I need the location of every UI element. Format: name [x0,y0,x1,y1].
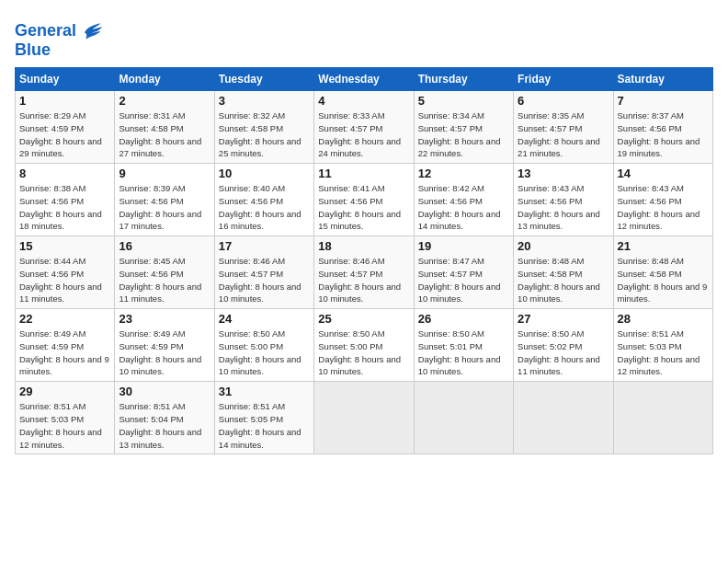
day-number: 28 [618,312,709,326]
day-number: 19 [418,239,509,253]
header: General Blue [15,15,713,60]
table-row [514,382,613,454]
table-row [613,382,712,454]
table-row: 8Sunrise: 8:38 AMSunset: 4:56 PMDaylight… [16,164,115,236]
day-number: 1 [19,94,110,108]
day-info: Sunrise: 8:51 AMSunset: 5:03 PMDaylight:… [19,400,110,451]
table-row: 7Sunrise: 8:37 AMSunset: 4:56 PMDaylight… [613,91,712,164]
day-number: 9 [119,167,210,180]
table-row: 4Sunrise: 8:33 AMSunset: 4:57 PMDaylight… [314,91,414,164]
table-row: 14Sunrise: 8:43 AMSunset: 4:56 PMDayligh… [613,164,712,236]
day-info: Sunrise: 8:49 AMSunset: 4:59 PMDaylight:… [19,327,110,378]
table-row: 26Sunrise: 8:50 AMSunset: 5:01 PMDayligh… [414,309,513,382]
col-header-tuesday: Tuesday [214,68,313,91]
day-number: 6 [518,94,609,108]
day-number: 11 [318,167,409,180]
day-number: 24 [219,312,310,326]
day-number: 8 [19,167,110,180]
calendar-table: SundayMondayTuesdayWednesdayThursdayFrid… [15,67,713,454]
day-number: 20 [518,239,609,253]
table-row: 17Sunrise: 8:46 AMSunset: 4:57 PMDayligh… [214,236,313,309]
day-number: 17 [219,239,310,253]
day-info: Sunrise: 8:50 AMSunset: 5:00 PMDaylight:… [318,327,409,378]
day-number: 18 [318,239,409,253]
day-info: Sunrise: 8:32 AMSunset: 4:58 PMDaylight:… [219,109,310,160]
day-number: 30 [119,385,210,398]
logo: General Blue [15,18,104,60]
day-number: 14 [618,167,709,180]
day-info: Sunrise: 8:49 AMSunset: 4:59 PMDaylight:… [119,327,210,378]
logo-bird-icon [78,18,104,44]
day-info: Sunrise: 8:48 AMSunset: 4:58 PMDaylight:… [618,255,709,305]
table-row: 1Sunrise: 8:29 AMSunset: 4:59 PMDaylight… [16,91,115,164]
day-info: Sunrise: 8:38 AMSunset: 4:56 PMDaylight:… [19,182,110,233]
day-number: 31 [219,385,310,398]
day-number: 29 [19,385,110,398]
logo-text: General [15,22,76,40]
table-row: 9Sunrise: 8:39 AMSunset: 4:56 PMDaylight… [115,164,214,236]
day-info: Sunrise: 8:44 AMSunset: 4:56 PMDaylight:… [19,255,110,305]
day-number: 16 [119,239,210,253]
table-row [314,382,414,454]
table-row [414,382,513,454]
table-row: 23Sunrise: 8:49 AMSunset: 4:59 PMDayligh… [115,309,214,382]
table-row: 22Sunrise: 8:49 AMSunset: 4:59 PMDayligh… [16,309,115,382]
day-info: Sunrise: 8:34 AMSunset: 4:57 PMDaylight:… [418,109,509,160]
day-info: Sunrise: 8:40 AMSunset: 4:56 PMDaylight:… [219,182,310,233]
day-info: Sunrise: 8:33 AMSunset: 4:57 PMDaylight:… [318,109,409,160]
day-number: 23 [119,312,210,326]
day-info: Sunrise: 8:41 AMSunset: 4:56 PMDaylight:… [318,182,409,233]
day-number: 5 [418,94,509,108]
table-row: 10Sunrise: 8:40 AMSunset: 4:56 PMDayligh… [214,164,313,236]
table-row: 29Sunrise: 8:51 AMSunset: 5:03 PMDayligh… [16,382,115,454]
table-row: 5Sunrise: 8:34 AMSunset: 4:57 PMDaylight… [414,91,513,164]
col-header-monday: Monday [115,68,214,91]
day-number: 21 [618,239,709,253]
day-info: Sunrise: 8:47 AMSunset: 4:57 PMDaylight:… [418,255,509,305]
day-number: 10 [219,167,310,180]
day-info: Sunrise: 8:51 AMSunset: 5:04 PMDaylight:… [119,400,210,451]
table-row: 6Sunrise: 8:35 AMSunset: 4:57 PMDaylight… [514,91,613,164]
day-info: Sunrise: 8:50 AMSunset: 5:01 PMDaylight:… [418,327,509,378]
page: General Blue SundayMondayTuesdayWednesda… [0,0,728,464]
day-info: Sunrise: 8:29 AMSunset: 4:59 PMDaylight:… [19,109,110,160]
col-header-friday: Friday [514,68,613,91]
table-row: 20Sunrise: 8:48 AMSunset: 4:58 PMDayligh… [514,236,613,309]
day-number: 27 [518,312,609,326]
day-info: Sunrise: 8:46 AMSunset: 4:57 PMDaylight:… [318,255,409,305]
table-row: 11Sunrise: 8:41 AMSunset: 4:56 PMDayligh… [314,164,414,236]
day-info: Sunrise: 8:35 AMSunset: 4:57 PMDaylight:… [518,109,609,160]
day-info: Sunrise: 8:39 AMSunset: 4:56 PMDaylight:… [119,182,210,233]
day-number: 26 [418,312,509,326]
day-info: Sunrise: 8:37 AMSunset: 4:56 PMDaylight:… [618,109,709,160]
table-row: 19Sunrise: 8:47 AMSunset: 4:57 PMDayligh… [414,236,513,309]
table-row: 3Sunrise: 8:32 AMSunset: 4:58 PMDaylight… [214,91,313,164]
day-number: 22 [19,312,110,326]
day-info: Sunrise: 8:43 AMSunset: 4:56 PMDaylight:… [618,182,709,233]
day-number: 25 [318,312,409,326]
day-info: Sunrise: 8:45 AMSunset: 4:56 PMDaylight:… [119,255,210,305]
col-header-wednesday: Wednesday [314,68,414,91]
col-header-sunday: Sunday [16,68,115,91]
day-number: 12 [418,167,509,180]
day-info: Sunrise: 8:48 AMSunset: 4:58 PMDaylight:… [518,255,609,305]
day-info: Sunrise: 8:50 AMSunset: 5:00 PMDaylight:… [219,327,310,378]
table-row: 18Sunrise: 8:46 AMSunset: 4:57 PMDayligh… [314,236,414,309]
table-row: 24Sunrise: 8:50 AMSunset: 5:00 PMDayligh… [214,309,313,382]
day-info: Sunrise: 8:43 AMSunset: 4:56 PMDaylight:… [518,182,609,233]
table-row: 2Sunrise: 8:31 AMSunset: 4:58 PMDaylight… [115,91,214,164]
day-number: 2 [119,94,210,108]
col-header-thursday: Thursday [414,68,513,91]
table-row: 27Sunrise: 8:50 AMSunset: 5:02 PMDayligh… [514,309,613,382]
day-info: Sunrise: 8:51 AMSunset: 5:03 PMDaylight:… [618,327,709,378]
day-info: Sunrise: 8:51 AMSunset: 5:05 PMDaylight:… [219,400,310,451]
table-row: 28Sunrise: 8:51 AMSunset: 5:03 PMDayligh… [613,309,712,382]
day-number: 7 [618,94,709,108]
day-number: 3 [219,94,310,108]
table-row: 15Sunrise: 8:44 AMSunset: 4:56 PMDayligh… [16,236,115,309]
col-header-saturday: Saturday [613,68,712,91]
table-row: 16Sunrise: 8:45 AMSunset: 4:56 PMDayligh… [115,236,214,309]
day-info: Sunrise: 8:46 AMSunset: 4:57 PMDaylight:… [219,255,310,305]
day-number: 15 [19,239,110,253]
day-number: 4 [318,94,409,108]
